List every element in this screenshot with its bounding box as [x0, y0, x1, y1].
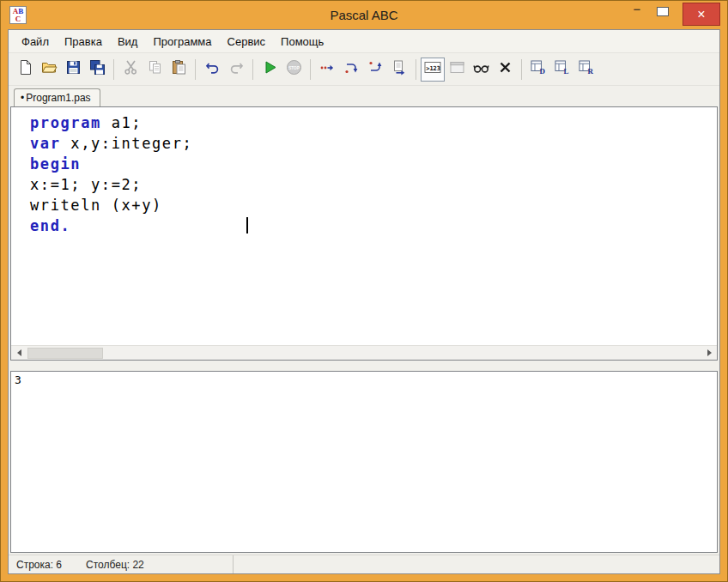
step-into-icon [319, 59, 336, 79]
horizontal-scrollbar[interactable] [11, 345, 717, 360]
scrollbar-thumb[interactable] [27, 348, 103, 359]
svg-text:STOP: STOP [288, 66, 299, 70]
watch-window-button[interactable] [469, 58, 493, 82]
scroll-right-button[interactable] [702, 346, 717, 361]
undo-icon [204, 59, 221, 79]
module-l-button[interactable]: L [550, 58, 574, 82]
code-keyword: var [30, 135, 61, 152]
code-line: end. [30, 215, 717, 236]
output-panel[interactable]: 3 [10, 371, 718, 553]
tab-modified-marker: • [21, 92, 24, 104]
clear-watch-button[interactable] [493, 58, 517, 82]
toolbar-separator [310, 59, 311, 80]
minimize-button[interactable]: − [624, 3, 650, 20]
cut-icon [123, 59, 139, 79]
maximize-button[interactable] [650, 3, 676, 20]
output-window-icon: >123 [424, 59, 441, 79]
save-all-button[interactable] [85, 58, 109, 82]
save-icon [65, 59, 82, 79]
status-column-indicator: Столбец: 22 [86, 559, 144, 571]
panel-splitter[interactable] [9, 361, 719, 371]
code-line: program a1; [30, 112, 717, 133]
code-text: x,y:integer; [61, 135, 193, 152]
redo-button[interactable] [224, 58, 248, 82]
status-line-indicator: Строка: 6 [16, 559, 62, 571]
show-form-window-button[interactable] [445, 58, 469, 82]
watch-glasses-icon [473, 59, 489, 79]
module-r-button[interactable]: R [574, 58, 598, 82]
menu-item-program[interactable]: Программа [145, 32, 219, 52]
menu-item-edit[interactable]: Правка [57, 32, 110, 52]
redo-icon [228, 59, 245, 79]
code-line: var x,y:integer; [30, 133, 717, 154]
code-line: writeln (x+y) [30, 195, 717, 215]
code-line: x:=1; y:=2; [30, 174, 717, 195]
app-icon-letter-c: C [15, 15, 21, 23]
title-bar[interactable]: AB C Pascal ABC − × [1, 1, 727, 29]
status-bar: Строка: 6 Столбец: 22 [9, 555, 719, 573]
module-d-button[interactable]: D [526, 58, 550, 82]
toolbar-separator [521, 59, 522, 80]
scroll-right-arrow-icon [707, 349, 715, 356]
step-over-icon [343, 59, 360, 79]
step-into-button[interactable] [315, 58, 339, 82]
code-text: x:=1; y:=2; [30, 176, 142, 193]
paste-icon [171, 59, 187, 79]
code-text: writeln (x+y) [30, 197, 162, 214]
svg-text:L: L [564, 67, 569, 76]
step-over-button[interactable] [339, 58, 363, 82]
menu-item-file[interactable]: Файл [14, 32, 57, 52]
new-file-icon [17, 59, 33, 79]
code-keyword: begin [30, 155, 81, 173]
svg-text:R: R [588, 67, 594, 76]
svg-text:>123: >123 [426, 65, 440, 72]
stop-button[interactable]: STOP [282, 58, 306, 82]
svg-text:D: D [540, 67, 546, 76]
module-d-icon: D [530, 59, 547, 79]
code-editor[interactable]: program a1;var x,y:integer;beginx:=1; y:… [10, 106, 718, 361]
toolbar: STOP>123DLR [9, 53, 719, 86]
show-output-window-button[interactable]: >123 [421, 58, 445, 82]
close-button[interactable]: × [682, 3, 720, 26]
run-to-cursor-icon [391, 59, 408, 79]
minimize-icon: − [634, 3, 641, 15]
window-controls: − × [624, 3, 720, 26]
tab-bar: • Program1.pas [9, 86, 719, 106]
menu-item-help[interactable]: Помощь [273, 32, 331, 52]
copy-button[interactable] [143, 58, 167, 82]
scroll-left-button[interactable] [11, 346, 26, 361]
paste-button[interactable] [167, 58, 191, 82]
code-text: a1; [101, 114, 142, 131]
window-title: Pascal ABC [1, 8, 727, 22]
run-to-cursor-button[interactable] [387, 58, 411, 82]
status-empty-panel [234, 555, 719, 573]
run-button[interactable] [258, 58, 282, 82]
toolbar-separator [113, 59, 114, 80]
maximize-icon [657, 7, 669, 16]
toolbar-separator [416, 59, 416, 80]
tab-program1[interactable]: • Program1.pas [14, 88, 100, 106]
scrollbar-track[interactable] [26, 346, 702, 360]
code-area[interactable]: program a1;var x,y:integer;beginx:=1; y:… [11, 107, 717, 345]
pascal-abc-window: AB C Pascal ABC − × ФайлПравкаВидПрограм… [0, 0, 728, 582]
save-file-button[interactable] [61, 58, 85, 82]
toolbar-separator [252, 59, 253, 80]
menu-item-view[interactable]: Вид [110, 32, 146, 52]
scroll-left-arrow-icon [14, 349, 21, 356]
tab-label: Program1.pas [26, 92, 90, 104]
copy-icon [147, 59, 163, 79]
cut-button[interactable] [118, 58, 143, 82]
text-cursor [246, 217, 248, 233]
module-r-icon: R [578, 59, 595, 79]
menu-item-service[interactable]: Сервис [220, 32, 274, 52]
step-out-button[interactable] [363, 58, 387, 82]
close-icon: × [697, 8, 705, 21]
form-window-icon [449, 59, 465, 79]
app-icon[interactable]: AB C [9, 6, 27, 24]
new-file-button[interactable] [13, 58, 37, 82]
open-file-button[interactable] [37, 58, 61, 82]
save-all-icon [89, 59, 106, 79]
code-keyword: end. [30, 217, 70, 234]
undo-button[interactable] [200, 58, 224, 82]
clear-x-icon [497, 59, 513, 79]
